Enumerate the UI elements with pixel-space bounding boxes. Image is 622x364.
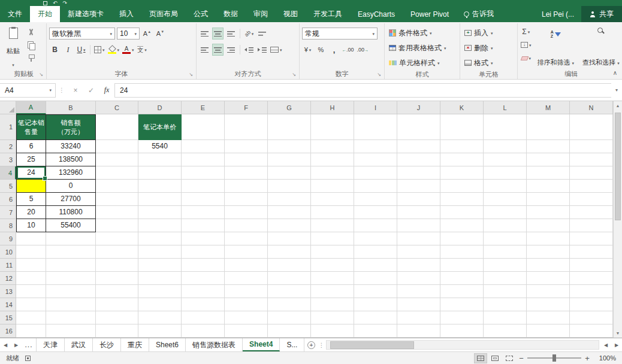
cell-N8[interactable] bbox=[570, 219, 613, 232]
cell-I2[interactable] bbox=[354, 140, 397, 153]
cell-F11[interactable] bbox=[225, 259, 268, 272]
cell-F3[interactable] bbox=[225, 153, 268, 166]
cell-E13[interactable] bbox=[182, 285, 225, 298]
delete-cells-button[interactable]: × 删除▾ bbox=[463, 41, 515, 54]
cell-H11[interactable] bbox=[311, 259, 354, 272]
cell-C10[interactable] bbox=[96, 245, 138, 259]
cell-M1[interactable] bbox=[527, 114, 570, 140]
autosum-button[interactable]: Σ▾ bbox=[520, 26, 532, 38]
cell-F16[interactable] bbox=[225, 324, 268, 338]
cell-G6[interactable] bbox=[268, 193, 311, 206]
cell-I9[interactable] bbox=[354, 232, 397, 245]
cell-L4[interactable] bbox=[484, 166, 527, 180]
cell-C16[interactable] bbox=[96, 324, 138, 338]
row-header-1[interactable]: 1 bbox=[0, 114, 16, 140]
font-dialog-launcher-icon[interactable]: ↘ bbox=[189, 72, 193, 77]
number-dialog-launcher-icon[interactable]: ↘ bbox=[377, 72, 381, 77]
cell-L10[interactable] bbox=[484, 245, 527, 259]
cell-I10[interactable] bbox=[354, 245, 397, 259]
cell-E3[interactable] bbox=[182, 153, 225, 166]
macro-record-icon[interactable] bbox=[25, 356, 31, 361]
cell-E8[interactable] bbox=[182, 219, 225, 232]
cell-I16[interactable] bbox=[354, 324, 397, 338]
ribbon-tab[interactable]: 审阅 bbox=[246, 6, 276, 22]
sheet-overflow-button[interactable]: ... bbox=[22, 338, 36, 351]
cell-N5[interactable] bbox=[570, 180, 613, 193]
column-header-F[interactable]: F bbox=[225, 101, 268, 114]
zoom-level[interactable]: 100% bbox=[592, 354, 616, 362]
cell-E1[interactable] bbox=[182, 114, 225, 140]
bold-button[interactable]: B bbox=[49, 44, 61, 56]
new-sheet-button[interactable]: + bbox=[304, 338, 318, 351]
cell-F6[interactable] bbox=[225, 193, 268, 206]
font-family-select[interactable]: 微软雅黑▾ bbox=[49, 28, 115, 40]
conditional-formatting-button[interactable]: 条件格式▾ bbox=[387, 26, 457, 40]
cell-F13[interactable] bbox=[225, 285, 268, 298]
cell-L13[interactable] bbox=[484, 285, 527, 298]
font-size-select[interactable]: 10▾ bbox=[117, 28, 140, 40]
row-header-14[interactable]: 14 bbox=[0, 298, 16, 311]
cell-B11[interactable] bbox=[46, 259, 96, 272]
scroll-down-icon[interactable]: ▼ bbox=[614, 329, 622, 338]
cell-H13[interactable] bbox=[311, 285, 354, 298]
cell-M3[interactable] bbox=[527, 153, 570, 166]
cell-D14[interactable] bbox=[138, 298, 182, 311]
cell-G8[interactable] bbox=[268, 219, 311, 232]
cell-C15[interactable] bbox=[96, 311, 138, 324]
cell-M2[interactable] bbox=[527, 140, 570, 153]
ribbon-tab[interactable]: 视图 bbox=[276, 6, 306, 22]
wrap-text-button[interactable] bbox=[256, 28, 268, 40]
comma-style-button[interactable]: , bbox=[328, 44, 340, 56]
cell-I12[interactable] bbox=[354, 272, 397, 285]
increase-decimal-button[interactable]: ←.00 bbox=[342, 44, 355, 56]
cell-M5[interactable] bbox=[527, 180, 570, 193]
align-middle-button[interactable] bbox=[212, 28, 224, 40]
sheet-tab[interactable]: 销售源数据表 bbox=[186, 338, 243, 351]
cell-F15[interactable] bbox=[225, 311, 268, 324]
cell-K4[interactable] bbox=[440, 166, 484, 180]
cell-N1[interactable] bbox=[570, 114, 613, 140]
cell-D15[interactable] bbox=[138, 311, 182, 324]
fill-button[interactable]: ↓▾ bbox=[520, 39, 532, 51]
cell-H7[interactable] bbox=[311, 206, 354, 219]
insert-cells-button[interactable]: + 插入▾ bbox=[463, 26, 515, 40]
cell-B7[interactable]: 110800 bbox=[46, 206, 96, 219]
cell-B8[interactable]: 55400 bbox=[46, 219, 96, 232]
sheet-tab[interactable]: 长沙 bbox=[93, 338, 121, 351]
cell-M8[interactable] bbox=[527, 219, 570, 232]
column-header-H[interactable]: H bbox=[311, 101, 354, 114]
column-header-N[interactable]: N bbox=[570, 101, 613, 114]
cell-N13[interactable] bbox=[570, 285, 613, 298]
formula-bar-splitter[interactable]: ⋮ bbox=[56, 87, 68, 93]
cell-H5[interactable] bbox=[311, 180, 354, 193]
cell-A5[interactable] bbox=[16, 180, 46, 193]
enter-icon[interactable]: ✓ bbox=[83, 86, 99, 95]
cell-J15[interactable] bbox=[397, 311, 440, 324]
cell-M13[interactable] bbox=[527, 285, 570, 298]
cell-L1[interactable] bbox=[484, 114, 527, 140]
cell-I11[interactable] bbox=[354, 259, 397, 272]
align-top-button[interactable] bbox=[199, 28, 210, 40]
cell-H3[interactable] bbox=[311, 153, 354, 166]
cell-K13[interactable] bbox=[440, 285, 484, 298]
phonetic-button[interactable]: 文▾ bbox=[137, 44, 148, 56]
cell-K6[interactable] bbox=[440, 193, 484, 206]
cell-M15[interactable] bbox=[527, 311, 570, 324]
align-center-button[interactable] bbox=[212, 44, 224, 56]
cell-M4[interactable] bbox=[527, 166, 570, 180]
undo-icon[interactable]: ↶ bbox=[53, 1, 58, 5]
cell-H4[interactable] bbox=[311, 166, 354, 180]
ribbon-tab[interactable]: 新建选项卡 bbox=[60, 6, 111, 22]
cell-E6[interactable] bbox=[182, 193, 225, 206]
cell-L14[interactable] bbox=[484, 298, 527, 311]
cell-K3[interactable] bbox=[440, 153, 484, 166]
column-header-I[interactable]: I bbox=[354, 101, 397, 114]
cell-B9[interactable] bbox=[46, 232, 96, 245]
horizontal-scrollbar[interactable] bbox=[326, 340, 599, 350]
increase-font-size-button[interactable]: A▲ bbox=[141, 28, 153, 40]
cell-E10[interactable] bbox=[182, 245, 225, 259]
cell-K10[interactable] bbox=[440, 245, 484, 259]
cell-G5[interactable] bbox=[268, 180, 311, 193]
cell-B6[interactable]: 27700 bbox=[46, 193, 96, 206]
cell-H15[interactable] bbox=[311, 311, 354, 324]
